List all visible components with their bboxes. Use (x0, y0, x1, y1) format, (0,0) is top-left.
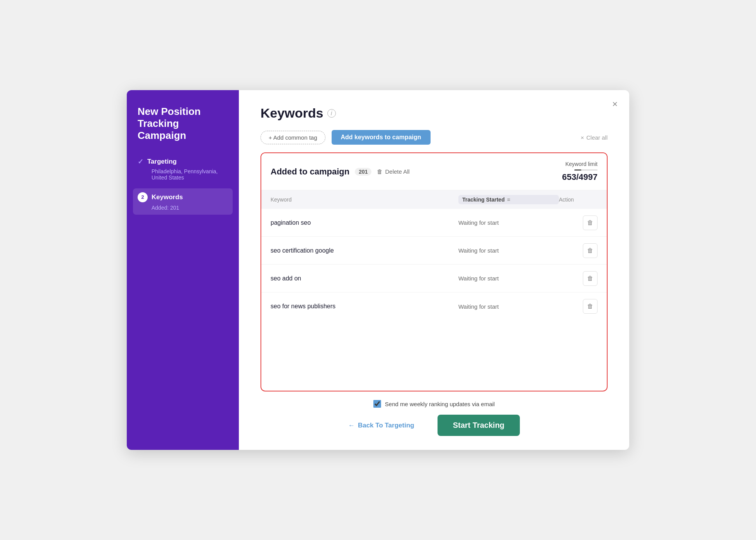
info-icon[interactable]: i (327, 109, 336, 118)
toolbar: + Add common tag Add keywords to campaig… (261, 130, 608, 145)
table-row: seo for news publishers Waiting for star… (261, 292, 607, 320)
delete-row-button[interactable]: 🗑 (583, 271, 598, 286)
keyword-limit-bar (574, 169, 598, 171)
keyword-limit-value: 653/4997 (562, 172, 598, 182)
main-content: × Keywords i + Add common tag Add keywor… (239, 90, 629, 450)
targeting-check-icon: ✓ (138, 157, 143, 166)
col-tracking-started[interactable]: Tracking Started ≡ (458, 195, 559, 204)
action-cell: 🗑 (559, 299, 598, 314)
trash-icon: 🗑 (377, 168, 383, 175)
add-tag-button[interactable]: + Add common tag (261, 131, 325, 144)
clear-all-x: × (581, 134, 584, 141)
table-header: Keyword Tracking Started ≡ Action (261, 190, 607, 209)
start-tracking-button[interactable]: Start Tracking (438, 415, 520, 436)
email-checkbox[interactable] (373, 400, 381, 408)
targeting-label: Targeting (147, 158, 177, 166)
modal: New Position Tracking Campaign ✓ Targeti… (127, 90, 629, 450)
delete-row-button[interactable]: 🗑 (583, 243, 598, 258)
col-action: Action (559, 195, 598, 204)
sidebar: New Position Tracking Campaign ✓ Targeti… (127, 90, 239, 450)
sidebar-title: New Position Tracking Campaign (138, 106, 228, 142)
keyword-cell: pagination seo (271, 219, 458, 226)
back-to-targeting-button[interactable]: ← Back To Targeting (348, 422, 414, 429)
targeting-sub: Philadelphia, Pennsylvania, United State… (152, 168, 228, 181)
table-row: seo certification google Waiting for sta… (261, 237, 607, 265)
table-body: pagination seo Waiting for start 🗑 seo c… (261, 209, 607, 391)
filter-icon: ≡ (507, 197, 510, 203)
col-keyword-label: Keyword (271, 197, 291, 203)
keyword-limit-label: Keyword limit (565, 161, 598, 167)
col-keyword: Keyword (271, 195, 458, 204)
table-row: seo add on Waiting for start 🗑 (261, 265, 607, 292)
campaign-title: Added to campaign (271, 167, 349, 177)
clear-all-button[interactable]: × Clear all (581, 134, 608, 141)
action-cell: 🗑 (559, 243, 598, 258)
keywords-step-number: 2 (138, 192, 148, 202)
status-cell: Waiting for start (458, 247, 559, 254)
keyword-limit-bar-fill (574, 169, 581, 171)
keywords-label: Keywords (152, 193, 183, 201)
back-label: Back To Targeting (358, 422, 414, 429)
campaign-header: Added to campaign 201 🗑 Delete All Keywo… (261, 153, 607, 190)
status-cell: Waiting for start (458, 275, 559, 282)
page-title-text: Keywords (261, 106, 324, 121)
footer-actions: ← Back To Targeting Start Tracking (348, 415, 520, 436)
table-row: pagination seo Waiting for start 🗑 (261, 209, 607, 237)
email-checkbox-row: Send me weekly ranking updates via email (373, 400, 495, 408)
delete-row-button[interactable]: 🗑 (583, 215, 598, 230)
sidebar-step-keywords: 2 Keywords Added: 201 (133, 188, 233, 215)
campaign-count-badge: 201 (355, 168, 371, 176)
keyword-cell: seo add on (271, 275, 458, 282)
campaign-box: Added to campaign 201 🗑 Delete All Keywo… (261, 152, 608, 391)
page-title: Keywords i (261, 106, 608, 121)
status-cell: Waiting for start (458, 303, 559, 310)
keyword-cell: seo certification google (271, 247, 458, 254)
add-keywords-button[interactable]: Add keywords to campaign (332, 130, 431, 145)
status-cell: Waiting for start (458, 219, 559, 226)
clear-all-label: Clear all (586, 134, 608, 141)
delete-all-label: Delete All (385, 168, 409, 175)
action-cell: 🗑 (559, 215, 598, 230)
close-button[interactable]: × (612, 99, 618, 109)
col-action-label: Action (559, 197, 574, 203)
footer: Send me weekly ranking updates via email… (261, 391, 608, 436)
col-tracking-label: Tracking Started (462, 197, 505, 203)
delete-all-button[interactable]: 🗑 Delete All (377, 168, 409, 175)
back-arrow-icon: ← (348, 422, 355, 429)
sidebar-step-targeting: ✓ Targeting Philadelphia, Pennsylvania, … (138, 157, 228, 181)
action-cell: 🗑 (559, 271, 598, 286)
email-label: Send me weekly ranking updates via email (385, 401, 495, 407)
keywords-sub: Added: 201 (152, 205, 228, 211)
keyword-limit-area: Keyword limit 653/4997 (562, 161, 598, 182)
keyword-cell: seo for news publishers (271, 303, 458, 310)
delete-row-button[interactable]: 🗑 (583, 299, 598, 314)
